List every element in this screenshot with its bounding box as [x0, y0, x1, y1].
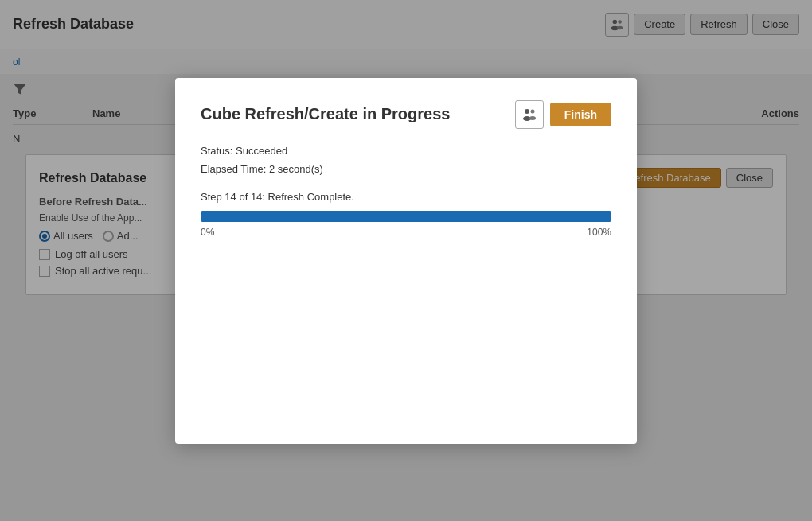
modal-dialog: Cube Refresh/Create in Progress Finish S… [175, 78, 637, 444]
progress-bar-fill [201, 211, 611, 222]
finish-button[interactable]: Finish [550, 103, 611, 126]
progress-end-label: 100% [587, 227, 611, 238]
svg-point-8 [529, 116, 536, 120]
modal-top: Cube Refresh/Create in Progress Finish [201, 100, 611, 129]
modal-elapsed: Elapsed Time: 2 second(s) [201, 163, 611, 175]
progress-labels: 0% 100% [201, 227, 611, 238]
progress-bar-container [201, 211, 611, 222]
svg-point-5 [525, 109, 529, 114]
progress-start-label: 0% [201, 227, 214, 238]
modal-step: Step 14 of 14: Refresh Complete. [201, 191, 611, 203]
modal-users-icon [521, 107, 537, 122]
modal-users-icon-btn[interactable] [515, 100, 544, 129]
modal-title: Cube Refresh/Create in Progress [201, 105, 450, 123]
modal-overlay: Cube Refresh/Create in Progress Finish S… [0, 0, 812, 521]
modal-status: Status: Succeeded [201, 145, 611, 157]
modal-top-actions: Finish [515, 100, 611, 129]
svg-point-7 [530, 109, 534, 113]
